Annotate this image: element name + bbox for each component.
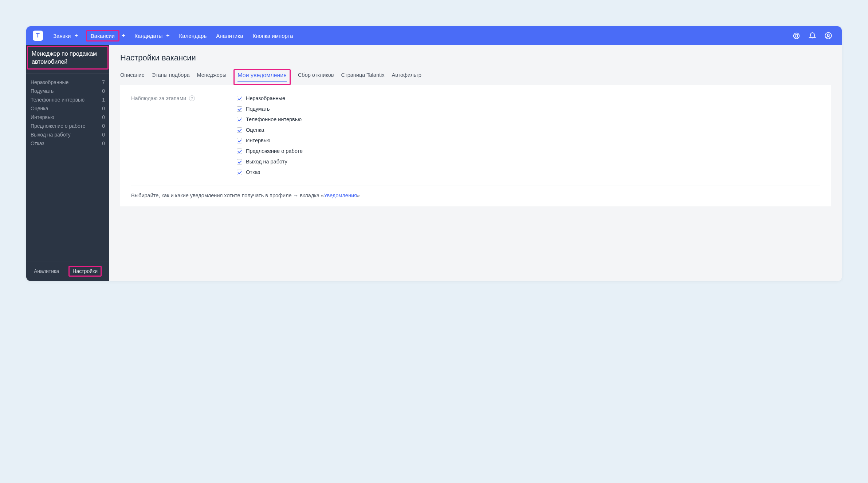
svg-line-5: [797, 37, 798, 38]
checkbox[interactable]: [237, 159, 242, 165]
help-text-post: »: [357, 193, 360, 198]
sidebar-stage-item[interactable]: Оценка 0: [31, 104, 105, 113]
sidebar-stage-item[interactable]: Подумать 0: [31, 87, 105, 95]
checkbox-label: Предложение о работе: [246, 148, 303, 154]
form-row: Наблюдаю за этапами ? Неразобранные Поду…: [131, 95, 820, 180]
page-title: Настройки вакансии: [120, 53, 831, 63]
stage-count: 0: [102, 106, 105, 111]
stage-label: Выход на работу: [31, 132, 71, 138]
checkbox-col: Неразобранные Подумать Телефонное интерв…: [237, 95, 820, 180]
checkbox-label: Подумать: [246, 106, 270, 112]
help-icon[interactable]: ?: [189, 95, 195, 101]
stage-label: Предложение о работе: [31, 123, 86, 129]
checkbox[interactable]: [237, 170, 242, 175]
stage-count: 0: [102, 132, 105, 138]
stage-count: 0: [102, 114, 105, 120]
svg-point-1: [795, 35, 798, 37]
nav-item-vacancies[interactable]: Вакансии: [86, 30, 119, 41]
checkbox-label: Выход на работу: [246, 159, 287, 165]
tab-responses[interactable]: Сбор откликов: [298, 69, 334, 85]
svg-line-2: [794, 33, 795, 35]
sidebar-stage-item[interactable]: Неразобранные 7: [31, 78, 105, 87]
nav-item-candidates[interactable]: Кандидаты: [133, 31, 164, 41]
vacancy-title-box: Менеджер по продажам автомобилей: [27, 46, 109, 70]
content: Настройки вакансии Описание Этапы подбор…: [109, 45, 842, 281]
svg-point-7: [827, 34, 829, 36]
nav-item-import[interactable]: Кнопка импорта: [251, 31, 294, 41]
tab-description[interactable]: Описание: [120, 69, 145, 85]
checkbox-item: Оценка: [237, 127, 820, 133]
tab-notifications[interactable]: Мои уведомления: [233, 69, 291, 85]
svg-line-4: [794, 37, 795, 38]
sidebar-stage-item[interactable]: Отказ 0: [31, 139, 105, 148]
sidebar-bottom: Аналитика Настройки: [26, 261, 109, 281]
checkbox[interactable]: [237, 96, 242, 101]
tab-stages[interactable]: Этапы подбора: [152, 69, 190, 85]
tab-managers[interactable]: Менеджеры: [197, 69, 227, 85]
svg-line-3: [797, 33, 798, 35]
divider: [26, 73, 109, 74]
checkbox-item: Выход на работу: [237, 159, 820, 165]
stage-count: 0: [102, 123, 105, 129]
stage-count: 7: [102, 79, 105, 85]
sidebar-stage-item[interactable]: Выход на работу 0: [31, 130, 105, 139]
sidebar-bottom-analytics[interactable]: Аналитика: [34, 268, 59, 274]
vacancy-title: Менеджер по продажам автомобилей: [32, 50, 104, 66]
sidebar: Менеджер по продажам автомобилей Неразоб…: [26, 45, 109, 281]
checkbox-label: Отказ: [246, 169, 260, 175]
bell-icon[interactable]: [808, 32, 816, 40]
content-body: Наблюдаю за этапами ? Неразобранные Поду…: [120, 85, 831, 206]
sidebar-stage-item[interactable]: Интервью 0: [31, 113, 105, 122]
checkbox[interactable]: [237, 138, 242, 143]
nav-right: [792, 32, 832, 40]
nav-group-requests: Заявки +: [52, 31, 83, 41]
checkbox[interactable]: [237, 127, 242, 133]
checkbox-item: Телефонное интервью: [237, 116, 820, 122]
checkbox[interactable]: [237, 149, 242, 154]
tab-autofilter[interactable]: Автофильтр: [392, 69, 421, 85]
tab-talantix-page[interactable]: Страница Talantix: [341, 69, 385, 85]
user-circle-icon[interactable]: [824, 32, 832, 40]
stage-label: Телефонное интервью: [31, 97, 85, 103]
nav-group-vacancies: Вакансии +: [86, 30, 130, 41]
stage-count: 0: [102, 140, 105, 146]
checkbox[interactable]: [237, 106, 242, 112]
checkbox-label: Неразобранные: [246, 95, 285, 101]
sidebar-bottom-settings[interactable]: Настройки: [68, 266, 102, 277]
plus-icon[interactable]: +: [74, 32, 78, 39]
main-layout: Менеджер по продажам автомобилей Неразоб…: [26, 45, 842, 281]
checkbox-item: Отказ: [237, 169, 820, 175]
stage-count: 1: [102, 97, 105, 103]
help-link[interactable]: Уведомления: [324, 193, 357, 198]
tab-underline: [237, 81, 287, 82]
checkbox[interactable]: [237, 117, 242, 122]
nav-item-analytics[interactable]: Аналитика: [215, 31, 248, 41]
nav-item-calendar[interactable]: Календарь: [178, 31, 212, 41]
plus-icon[interactable]: +: [122, 32, 125, 39]
stage-label: Отказ: [31, 140, 44, 146]
top-nav: Заявки + Вакансии + Кандидаты + Календар…: [26, 26, 842, 45]
stage-label: Неразобранные: [31, 79, 68, 85]
help-text-pre: Выбирайте, как и какие уведомления хотит…: [131, 193, 324, 198]
sidebar-stage-item[interactable]: Телефонное интервью 1: [31, 95, 105, 104]
stage-label: Подумать: [31, 88, 54, 94]
help-text: Выбирайте, как и какие уведомления хотит…: [131, 193, 820, 198]
plus-icon[interactable]: +: [166, 32, 169, 39]
form-label: Наблюдаю за этапами: [131, 95, 186, 101]
form-label-col: Наблюдаю за этапами ?: [131, 95, 229, 180]
nav-item-requests[interactable]: Заявки: [52, 31, 72, 41]
checkbox-label: Телефонное интервью: [246, 116, 302, 122]
stage-count: 0: [102, 88, 105, 94]
tabs: Описание Этапы подбора Менеджеры Мои уве…: [120, 69, 831, 85]
checkbox-item: Подумать: [237, 106, 820, 112]
checkbox-label: Интервью: [246, 138, 270, 143]
sidebar-stage-item[interactable]: Предложение о работе 0: [31, 122, 105, 130]
divider: [131, 186, 820, 186]
tab-label: Мои уведомления: [237, 72, 287, 78]
stage-label: Интервью: [31, 114, 54, 120]
nav-group-candidates: Кандидаты +: [133, 31, 174, 41]
logo-icon[interactable]: [33, 31, 43, 41]
lifebuoy-icon[interactable]: [792, 32, 800, 40]
stage-label: Оценка: [31, 106, 48, 111]
checkbox-item: Неразобранные: [237, 95, 820, 101]
